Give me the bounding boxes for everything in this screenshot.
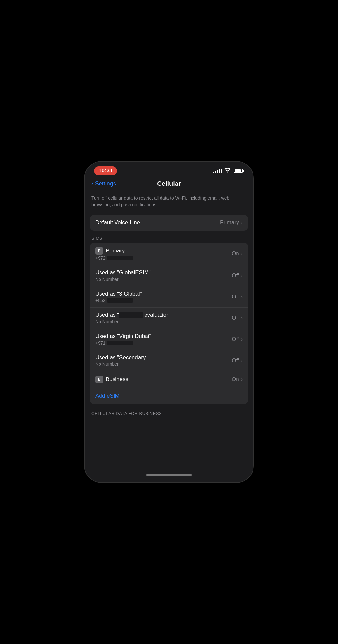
sim-primary-title: Primary <box>106 248 125 254</box>
cellular-data-business-label: CELLULAR DATA FOR BUSINESS <box>85 407 253 418</box>
sim-secondary-right: Off › <box>232 357 243 364</box>
cellular-data-business-section: CELLULAR DATA FOR BUSINESS <box>85 407 253 418</box>
signal-bar-5 <box>221 169 222 173</box>
default-voice-line-value: Primary <box>220 219 239 226</box>
default-voice-line-label: Default Voice Line <box>95 219 140 226</box>
sim-3global-left: Used as "3 Global" +852 <box>95 291 232 303</box>
sim-globalesim-main-row: Used as "GlobalESIM" <box>95 269 232 276</box>
sim-evaluation-chevron-icon: › <box>241 315 243 321</box>
sim-virgindubai-left: Used as "Virgin Dubai" +971 <box>95 333 232 346</box>
sim-secondary-left: Used as "Secondary" No Number <box>95 354 232 367</box>
sim-3global-redacted <box>107 298 133 303</box>
sim-business-main-row: B Business <box>95 376 232 383</box>
default-voice-line-section: Default Voice Line Primary › <box>85 215 253 231</box>
back-label: Settings <box>95 180 116 187</box>
add-esim-item[interactable]: Add eSIM <box>90 388 248 404</box>
sim-virgindubai-right: Off › <box>232 336 243 343</box>
sim-globalesim-chevron-icon: › <box>241 273 243 279</box>
signal-bar-2 <box>215 171 216 173</box>
add-esim-label: Add eSIM <box>95 393 120 399</box>
sim-evaluation-title: Used as "██████ evaluation" <box>95 312 172 318</box>
sim-primary-subtitle: +972 <box>95 255 232 261</box>
sim-3global-main-row: Used as "3 Global" <box>95 291 232 297</box>
nav-bar: ‹ Settings Cellular <box>85 177 253 191</box>
sim-primary-right: On › <box>232 250 243 257</box>
sim-business-left: B Business <box>95 376 232 383</box>
sim-business-right: On › <box>232 376 243 383</box>
home-indicator-area <box>85 472 253 480</box>
sim-virgindubai-main-row: Used as "Virgin Dubai" <box>95 333 232 340</box>
sim-evaluation-status: Off <box>232 315 239 321</box>
sim-primary-redacted <box>107 256 133 260</box>
sim-primary-status: On <box>232 250 239 257</box>
sims-list-card: P Primary +972 On › <box>90 243 248 404</box>
bottom-padding <box>85 421 253 440</box>
sim-virgindubai-subtitle: +971 <box>95 340 232 346</box>
sim-virgindubai-title: Used as "Virgin Dubai" <box>95 333 151 340</box>
sim-evaluation-left: Used as "██████ evaluation" No Number <box>95 312 232 324</box>
sim-3global-right: Off › <box>232 294 243 300</box>
sim-virgindubai-item[interactable]: Used as "Virgin Dubai" +971 Off › <box>90 329 248 350</box>
sim-secondary-status: Off <box>232 357 239 364</box>
sim-primary-badge: P <box>95 247 103 255</box>
sim-business-title: Business <box>106 376 128 383</box>
signal-bars-icon <box>213 168 222 173</box>
cellular-description: Turn off cellular data to restrict all d… <box>85 191 253 215</box>
signal-bar-3 <box>217 170 218 173</box>
sim-secondary-main-row: Used as "Secondary" <box>95 354 232 361</box>
default-voice-line-right: Primary › <box>220 219 243 226</box>
signal-bar-4 <box>219 169 220 173</box>
default-voice-line-item[interactable]: Default Voice Line Primary › <box>90 215 248 231</box>
sim-business-status: On <box>232 376 239 383</box>
sims-section: SIMs P Primary +972 <box>85 233 253 404</box>
default-voice-line-card: Default Voice Line Primary › <box>90 215 248 231</box>
sim-secondary-title: Used as "Secondary" <box>95 354 147 361</box>
default-voice-line-chevron-icon: › <box>241 220 243 226</box>
sim-primary-item[interactable]: P Primary +972 On › <box>90 243 248 265</box>
battery-icon <box>234 169 244 173</box>
sim-globalesim-status: Off <box>232 272 239 279</box>
status-bar: 10:31 <box>85 162 253 177</box>
wifi-icon <box>224 168 231 174</box>
sim-3global-title: Used as "3 Global" <box>95 291 142 297</box>
sims-section-label: SIMs <box>85 233 253 243</box>
sim-primary-left: P Primary +972 <box>95 247 232 261</box>
sim-globalesim-title: Used as "GlobalESIM" <box>95 269 151 276</box>
status-icons <box>213 168 244 174</box>
sim-evaluation-item[interactable]: Used as "██████ evaluation" No Number Of… <box>90 308 248 329</box>
sim-secondary-item[interactable]: Used as "Secondary" No Number Off › <box>90 350 248 371</box>
home-indicator <box>146 474 192 476</box>
back-button[interactable]: ‹ Settings <box>91 180 124 187</box>
sim-secondary-chevron-icon: › <box>241 358 243 363</box>
sim-globalesim-left: Used as "GlobalESIM" No Number <box>95 269 232 282</box>
sim-evaluation-right: Off › <box>232 315 243 321</box>
sim-business-chevron-icon: › <box>241 377 243 382</box>
sim-3global-subtitle: +852 <box>95 298 232 303</box>
sim-3global-chevron-icon: › <box>241 294 243 300</box>
back-chevron-icon: ‹ <box>91 180 94 187</box>
signal-bar-1 <box>213 172 214 173</box>
sim-globalesim-right: Off › <box>232 272 243 279</box>
sim-virgindubai-chevron-icon: › <box>241 336 243 342</box>
time-display: 10:31 <box>94 166 117 175</box>
sim-primary-main-row: P Primary <box>95 247 232 255</box>
sim-virgindubai-status: Off <box>232 336 239 343</box>
sim-primary-chevron-icon: › <box>241 251 243 257</box>
page-title: Cellular <box>124 180 214 187</box>
sim-3global-item[interactable]: Used as "3 Global" +852 Off › <box>90 286 248 308</box>
sim-business-badge: B <box>95 376 103 383</box>
sim-globalesim-item[interactable]: Used as "GlobalESIM" No Number Off › <box>90 265 248 286</box>
sim-virgindubai-redacted <box>107 341 133 345</box>
sim-evaluation-subtitle: No Number <box>95 319 232 324</box>
sim-evaluation-main-row: Used as "██████ evaluation" <box>95 312 232 318</box>
content-area: Turn off cellular data to restrict all d… <box>85 191 253 483</box>
sim-3global-status: Off <box>232 294 239 300</box>
sim-secondary-subtitle: No Number <box>95 362 232 367</box>
sim-globalesim-subtitle: No Number <box>95 277 232 282</box>
phone-frame: 10:31 ‹ S <box>84 161 254 483</box>
sim-business-item[interactable]: B Business On › <box>90 371 248 388</box>
